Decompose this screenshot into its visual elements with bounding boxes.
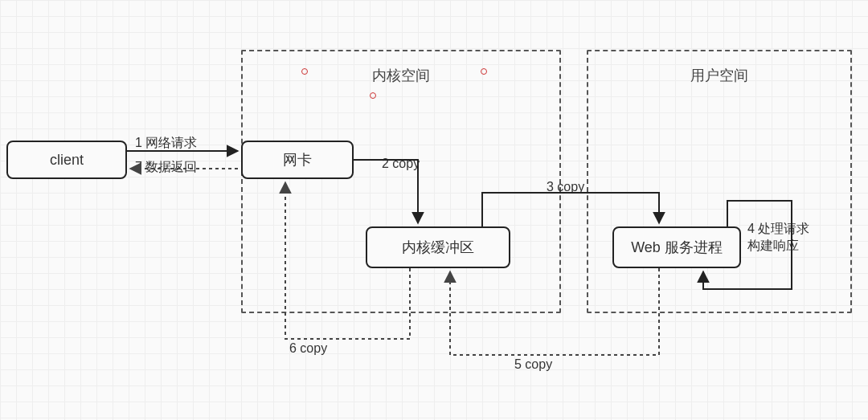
user-space-label: 用户空间	[588, 66, 850, 85]
decoration-circle	[370, 92, 376, 99]
edge-2-label: 2 copy	[382, 157, 420, 171]
client-node-label: client	[50, 152, 84, 169]
kernel-space-label: 内核空间	[243, 66, 559, 85]
edge-1-label: 1 网络请求	[135, 135, 197, 152]
nic-node: 网卡	[241, 141, 354, 179]
edge-5-label: 5 copy	[514, 357, 552, 372]
client-node: client	[6, 141, 127, 179]
kernel-space-container: 内核空间	[241, 50, 561, 313]
decoration-circle	[301, 68, 308, 75]
kbuf-node-label: 内核缓冲区	[402, 238, 474, 257]
edge-6-label: 6 copy	[289, 341, 327, 356]
webproc-node-label: Web 服务进程	[631, 238, 723, 257]
nic-node-label: 网卡	[283, 150, 312, 169]
kbuf-node: 内核缓冲区	[366, 226, 510, 268]
decoration-circle	[481, 68, 487, 75]
edge-3-label: 3 copy	[547, 180, 584, 194]
user-space-container: 用户空间	[587, 50, 852, 313]
webproc-node: Web 服务进程	[612, 226, 741, 268]
edge-7-label: 7 数据返回	[135, 159, 197, 176]
edge-4-label: 4 处理请求 构建响应	[747, 221, 820, 255]
